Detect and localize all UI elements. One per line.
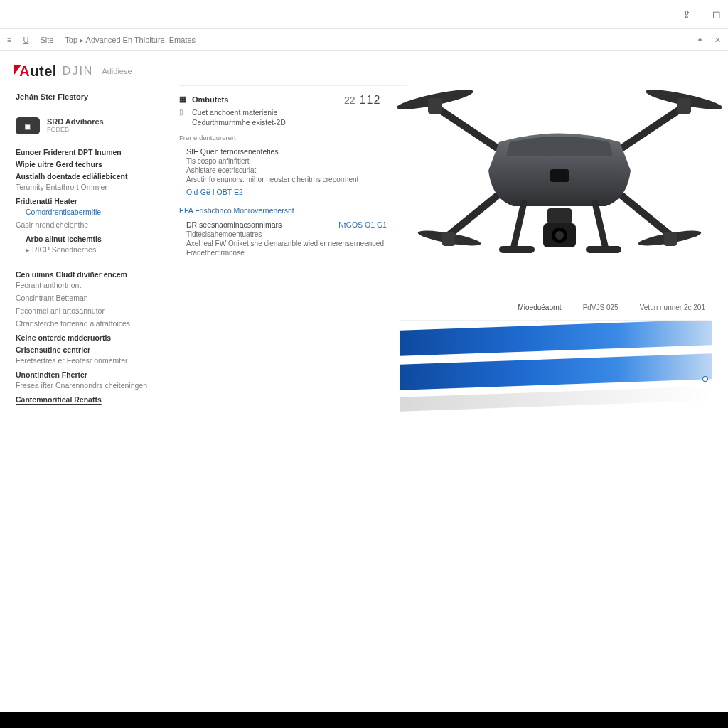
breadcrumb[interactable]: Top ▸ Advanced Eh Thibiture. Emates <box>65 36 196 45</box>
sidebar-item[interactable]: Feorant anthortnont <box>16 279 169 291</box>
tag-icon: ▸ <box>26 245 30 254</box>
sidebar-hero[interactable]: ▣ SRD Advibores FODEB <box>16 117 169 134</box>
close-icon[interactable]: ✕ <box>714 36 721 45</box>
sidebar-group-9[interactable]: Cantemnorifical Renatts <box>16 392 169 404</box>
sidebar-group-5[interactable]: Cen uimns Cludt diviñer encem <box>16 267 169 279</box>
brand-tag: Adidiese <box>102 67 132 75</box>
article-line: Ashistare ecetriscuriat <box>186 166 407 174</box>
svg-rect-17 <box>547 208 572 224</box>
article-line: Fradethertirmonse <box>186 249 407 257</box>
window-titlebar: ⇪ ◻ <box>0 0 728 28</box>
carousel-dot-icon[interactable] <box>703 377 707 381</box>
article-line: Tis cospo anfinfitiert <box>186 157 407 165</box>
stat-value: 112 <box>360 94 381 107</box>
menu-icon[interactable]: ≡ <box>7 36 11 44</box>
article-line: Axel ieal FW Oniket she dienaranble wied… <box>186 240 407 247</box>
sidebar-item[interactable]: Feretsertres er Feotesr onmemter <box>16 354 169 367</box>
article-section2-title: DR seesnaominacsonnimars <box>186 220 282 229</box>
sidebar-item[interactable]: Terumity Entathrort Ommier <box>16 181 169 193</box>
sidebar-group-8[interactable]: Unontindten Fherter <box>16 367 169 379</box>
svg-rect-10 <box>442 232 455 246</box>
drone-svg <box>392 57 727 313</box>
article-line: Arsutir fo enunors: mihor neoster ciheri… <box>186 176 407 183</box>
sidebar-item[interactable]: Fresea ifter Cnarennondrs cheiteningen <box>16 379 169 392</box>
sidebar-heading: Jehán Ster Flestory <box>16 92 169 101</box>
svg-rect-9 <box>677 98 691 114</box>
svg-line-0 <box>435 107 499 149</box>
sidebar-item[interactable]: ▸ RICP Sonednernes <box>16 243 169 256</box>
banner-tab-1[interactable]: Mioeduéaornt <box>518 304 561 311</box>
sidebar-group-3[interactable]: Fridtenatti Heater <box>16 193 169 205</box>
sidebar-item[interactable]: Casir hrondicheienthe <box>16 218 169 231</box>
banner-tabs: Mioeduéaornt PdVJS 025 Vetun nunner 2c 2… <box>400 299 712 316</box>
banner-image[interactable] <box>400 320 712 412</box>
sidebar-item[interactable]: Ctransterche forfenad alafrattoices <box>16 317 169 330</box>
share-icon[interactable]: ⇪ <box>682 9 691 20</box>
svg-line-13 <box>513 203 524 249</box>
sidebar-group-4[interactable]: Arbo alinut lcchemtis <box>16 231 169 243</box>
sparkle-icon[interactable]: ✦ <box>697 36 703 45</box>
svg-line-1 <box>620 107 684 149</box>
sidebar-group-0[interactable]: Eunoer Friderent DPT Inumen <box>16 144 169 156</box>
article-column: ▦ Ombutets ▯Cuet anchoent materienie Ced… <box>179 85 407 711</box>
sidebar-item[interactable]: Comordrentisabermifie <box>16 205 169 218</box>
footer-bar <box>0 712 728 728</box>
sidebar-group-6[interactable]: Keine onterde mdderuortis <box>16 330 169 342</box>
media-column: Mioeduéaornt PdVJS 025 Vetun nunner 2c 2… <box>419 85 712 711</box>
brand-logo: Autel <box>16 63 57 80</box>
drone-image <box>392 57 727 313</box>
article-lead: Cuet anchoent materienie <box>192 108 277 117</box>
sidebar: Jehán Ster Flestory ▣ SRD Advibores FODE… <box>16 85 179 711</box>
banner-tab-2[interactable]: PdVJS 025 <box>583 304 619 311</box>
article-lead: Cedurthmurnmhe existet-2D <box>192 118 286 127</box>
sidebar-group-1[interactable]: Wipie uitre Gerd techurs <box>16 156 169 168</box>
brand-subtitle: DJIN <box>63 65 94 77</box>
svg-rect-15 <box>499 246 535 253</box>
main-content: ▦ Ombutets ▯Cuet anchoent materienie Ced… <box>179 85 712 711</box>
svg-rect-8 <box>428 98 442 114</box>
sidebar-hero-subtitle: FODEB <box>47 126 104 133</box>
doc-icon: ▯ <box>179 108 186 116</box>
camera-icon: ▣ <box>16 117 40 134</box>
stat-prefix: 22 <box>344 95 355 106</box>
article-link[interactable]: Old-Gë I OBT E2 <box>186 188 407 196</box>
svg-rect-12 <box>550 169 569 182</box>
sidebar-group-2[interactable]: Austialh doentade ediáliebicent <box>16 168 169 181</box>
app-toolbar: ≡ U Site Top ▸ Advanced Eh Thibiture. Em… <box>0 28 728 51</box>
svg-line-14 <box>595 203 606 249</box>
article-section-title: SIE Quen ternorsenenteties <box>186 147 407 156</box>
banner-tab-3[interactable]: Vetun nunner 2c 201 <box>640 304 705 311</box>
sidebar-item[interactable]: Consintrant Betteman <box>16 291 169 304</box>
grid-icon: ▦ <box>179 95 186 104</box>
toolbar-site-label: Site <box>40 36 53 44</box>
bookmark-icon[interactable]: ◻ <box>712 9 721 20</box>
sidebar-group-7[interactable]: Crisensutine centrier <box>16 342 169 354</box>
svg-point-20 <box>555 231 564 240</box>
article-group-title[interactable]: EFA Frishchnco Monrovernenersnt <box>179 206 407 215</box>
article-kicker: Frer e dentqurerert <box>179 134 407 141</box>
article-stat: 22 112 <box>344 94 380 107</box>
format-icon[interactable]: U <box>23 36 28 44</box>
sidebar-hero-title: SRD Advibores <box>47 117 104 126</box>
sidebar-item[interactable]: Feconmel ani artosannutor <box>16 304 169 317</box>
promo-banner: Mioeduéaornt PdVJS 025 Vetun nunner 2c 2… <box>400 299 712 412</box>
svg-rect-11 <box>664 232 677 246</box>
article-line: Tidtésisahemoentuatres <box>186 230 407 238</box>
svg-rect-16 <box>586 246 621 253</box>
article-model-link[interactable]: NtGOS O1 G1 <box>338 220 387 229</box>
